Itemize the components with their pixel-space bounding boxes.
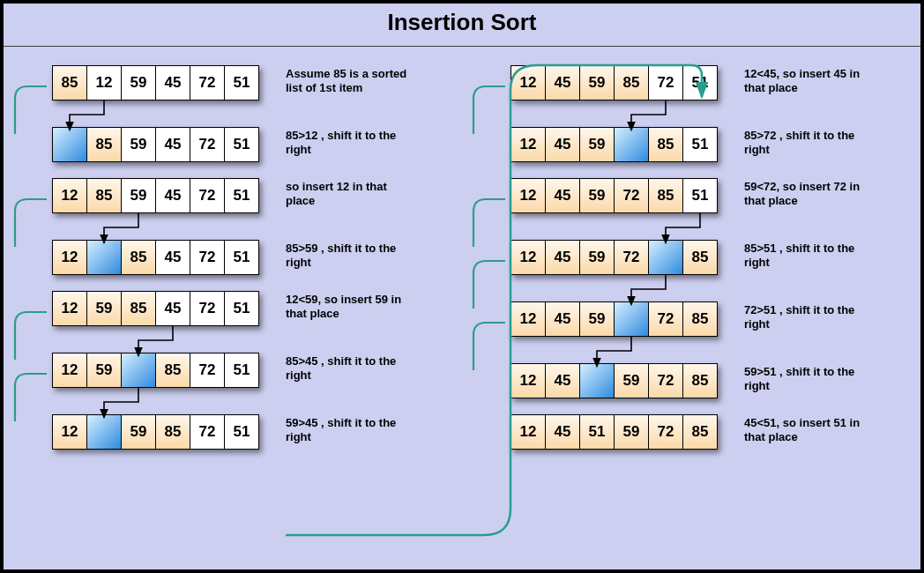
array-cell: 12: [510, 65, 546, 100]
array-row: 128559457251: [52, 178, 259, 213]
loop-arrow-icon: [11, 372, 47, 421]
array-cell: 85: [682, 414, 718, 450]
array-cell: 45: [545, 127, 580, 162]
array-cell: 45: [545, 178, 580, 213]
array-cell: 59: [86, 291, 122, 326]
step-description: 85>12 , shift it to the right: [286, 129, 409, 158]
step: 124559728572>51 , shift it to the right: [510, 301, 907, 337]
array-cell: 59: [121, 127, 156, 162]
array-cell: 59: [121, 178, 156, 213]
array-cell: 72: [648, 414, 683, 450]
array-cell: [579, 363, 615, 398]
array-row: 124559857251: [510, 65, 718, 100]
array-cell: 59: [121, 414, 156, 450]
step-description: 45<51, so insert 51 in that place: [744, 416, 868, 445]
step: 12455985725112<45, so insert 45 in that …: [510, 65, 907, 100]
array-cell: 85: [648, 178, 683, 213]
array-cell: 12: [52, 414, 87, 450]
array-row: 124551597285: [510, 414, 718, 450]
step: 124559855185>72 , shift it to the right: [510, 127, 907, 162]
step: 128559457251so insert 12 in that place: [52, 178, 449, 213]
array-cell: 12: [510, 127, 546, 162]
array-cell: 59: [579, 301, 615, 337]
loop-arrow-icon: [11, 85, 47, 134]
array-cell: 51: [682, 178, 718, 213]
array-cell: 51: [682, 65, 718, 100]
array-row: 1245597285: [510, 240, 718, 275]
array-cell: 72: [190, 291, 225, 326]
loop-arrow-icon: [470, 259, 505, 309]
title-divider: [4, 46, 920, 47]
array-cell: 45: [155, 178, 190, 213]
step: 128545725185>59 , shift it to the right: [52, 240, 449, 275]
loop-arrow-icon: [470, 85, 505, 134]
array-cell: 59: [579, 240, 615, 275]
array-cell: 59: [86, 353, 122, 388]
array-cell: 85: [155, 353, 190, 388]
step-description: 85>51 , shift it to the right: [744, 242, 868, 271]
step: 124559728559>51 , shift it to the right: [510, 363, 907, 398]
diagram-title: Insertion Sort: [4, 9, 920, 36]
array-row: 851259457251: [52, 65, 259, 100]
columns: 851259457251Assume 85 is a sorted list o…: [4, 65, 920, 561]
array-cell: [614, 301, 649, 337]
left-column: 851259457251Assume 85 is a sorted list o…: [4, 65, 462, 561]
array-cell: 72: [648, 65, 683, 100]
array-cell: 59: [614, 414, 649, 450]
array-cell: 59: [579, 65, 615, 100]
loop-arrow-icon: [11, 310, 47, 360]
array-cell: [86, 414, 122, 450]
array-cell: 51: [224, 291, 259, 326]
array-cell: 45: [155, 65, 190, 100]
array-cell: 45: [545, 240, 580, 275]
array-cell: 72: [190, 65, 225, 100]
array-cell: 12: [510, 363, 546, 398]
array-cell: 85: [52, 65, 87, 100]
array-cell: 12: [52, 291, 87, 326]
step: 124559728585>51 , shift it to the right: [510, 240, 907, 275]
array-cell: 12: [52, 240, 87, 275]
step-description: 59>51 , shift it to the right: [744, 365, 868, 394]
array-cell: 12: [510, 178, 546, 213]
array-cell: 85: [86, 127, 122, 162]
array-row: 1245597285: [510, 301, 718, 337]
array-cell: 85: [682, 240, 718, 275]
step-description: 12<45, so insert 45 in that place: [744, 67, 868, 96]
array-cell: [52, 127, 87, 162]
array-cell: [614, 127, 649, 162]
array-cell: 12: [52, 178, 87, 213]
step: 125985725159>45 , shift it to the right: [52, 414, 449, 450]
array-cell: 72: [648, 301, 683, 337]
array-cell: 51: [224, 414, 259, 450]
array-cell: 72: [190, 240, 225, 275]
array-cell: 51: [224, 240, 259, 275]
array-cell: 72: [614, 240, 649, 275]
array-cell: 51: [224, 178, 259, 213]
step: 125985725185>45 , shift it to the right: [52, 353, 449, 388]
array-cell: 12: [52, 353, 87, 388]
array-cell: 45: [545, 363, 580, 398]
array-cell: 45: [545, 414, 580, 450]
array-cell: 51: [579, 414, 615, 450]
step-description: 59>45 , shift it to the right: [286, 416, 409, 445]
step-description: 59<72, so insert 72 in that place: [744, 180, 868, 209]
array-cell: 45: [155, 240, 190, 275]
array-cell: 85: [155, 414, 190, 450]
array-cell: 59: [579, 127, 615, 162]
array-cell: 12: [510, 240, 546, 275]
array-cell: 85: [682, 301, 718, 337]
step: 851259457251Assume 85 is a sorted list o…: [52, 65, 449, 100]
array-cell: [86, 240, 122, 275]
array-cell: 72: [190, 178, 225, 213]
diagram-frame: Insertion Sort 851259457251Assume 85 is …: [3, 3, 921, 570]
array-cell: 45: [155, 291, 190, 326]
step: 12455159728545<51, so insert 51 in that …: [510, 414, 907, 450]
array-cell: 85: [682, 363, 718, 398]
step-description: 85>72 , shift it to the right: [744, 129, 868, 158]
array-cell: 85: [86, 178, 122, 213]
array-row: 1245598551: [510, 127, 718, 162]
step: 855945725185>12 , shift it to the right: [52, 127, 449, 162]
array-cell: 12: [86, 65, 122, 100]
step-description: 85>45 , shift it to the right: [286, 354, 409, 383]
array-cell: 59: [121, 65, 156, 100]
